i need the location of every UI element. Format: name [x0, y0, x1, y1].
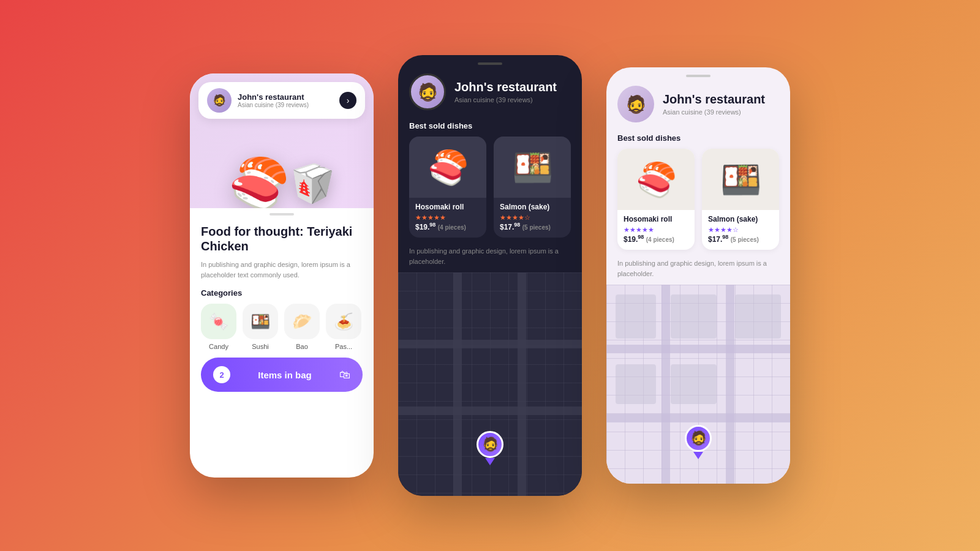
sushi-roll-image: 🍣 — [228, 159, 290, 208]
map-block-2 — [671, 294, 717, 339]
road-v2-dark — [518, 272, 526, 496]
phone-1: 🧔 John's restaurant Asian cuisine (39 re… — [190, 73, 374, 478]
pin-bubble-light: 🧔 — [685, 425, 712, 452]
restaurant-name-3: John's restaurant — [663, 92, 765, 106]
hero-desc-1: In publishing and graphic design, lorem … — [201, 260, 363, 280]
salmon-stars-dark: ★★★★☆ — [500, 214, 565, 222]
restaurant-sub-3: Asian cuisine (39 reviews) — [663, 108, 765, 116]
sushi-label: Sushi — [252, 343, 269, 350]
salmon-image-light: 🍱 — [702, 149, 779, 210]
bag-button-1[interactable]: 2 Items in bag 🛍 — [201, 358, 363, 392]
hero-food-image: 🍣 🥡 — [190, 110, 374, 208]
salmon-stars-light: ★★★★☆ — [708, 226, 773, 234]
candy-icon-box: 🍬 — [201, 304, 236, 339]
dish-card-salmon-light[interactable]: 🍱 Salmon (sake) ★★★★☆ $17.98 (5 pieces) — [702, 149, 779, 250]
hosomaki-image-dark: 🍣 — [409, 137, 486, 198]
section-title-3: Best sold dishes — [606, 131, 790, 149]
avatar-2: 🧔 — [409, 73, 446, 110]
map-section-2: 🧔 — [398, 272, 582, 496]
hosomaki-name-dark: Hosomaki roll — [415, 203, 480, 211]
hosomaki-info-light: Hosomaki roll ★★★★★ $19.98 (4 pieces) — [617, 210, 695, 244]
pin-bubble-dark: 🧔 — [477, 431, 503, 458]
pasta-icon-box: 🍝 — [326, 304, 361, 339]
category-candy[interactable]: 🍬 Candy — [201, 304, 236, 350]
restaurant-info-1: John's restaurant Asian cuisine (39 revi… — [238, 92, 333, 108]
dish-card-hosomaki-dark[interactable]: 🍣 Hosomaki roll ★★★★★ $19.98 (4 pieces) — [409, 137, 486, 238]
salmon-name-light: Salmon (sake) — [708, 215, 773, 223]
phone-2: 🧔 John's restaurant Asian cuisine (39 re… — [398, 55, 582, 496]
salmon-name-dark: Salmon (sake) — [500, 203, 565, 211]
phone-3: 🧔 John's restaurant Asian cuisine (39 re… — [606, 67, 790, 484]
restaurant-name-2: John's restaurant — [454, 80, 557, 94]
hero-section: 🧔 John's restaurant Asian cuisine (39 re… — [190, 73, 374, 208]
dishes-row-2: 🍣 Hosomaki roll ★★★★★ $19.98 (4 pieces) … — [398, 137, 582, 238]
dish-card-salmon-dark[interactable]: 🍱 Salmon (sake) ★★★★☆ $17.98 (5 pieces) — [494, 137, 571, 238]
bao-icon-box: 🥟 — [284, 304, 320, 339]
map-block-4 — [671, 364, 717, 404]
pin-tail-dark — [485, 458, 495, 465]
map-section-3: 🧔 — [606, 285, 790, 484]
map-pin-dark: 🧔 — [477, 431, 503, 465]
road-v1-dark — [453, 272, 462, 496]
bag-count-1: 2 — [213, 366, 230, 383]
avatar-3: 🧔 — [617, 86, 654, 122]
category-bao[interactable]: 🥟 Bao — [284, 304, 320, 350]
more-button-1[interactable]: › — [339, 92, 356, 109]
noodle-box-image: 🥡 — [290, 165, 336, 202]
salmon-info-dark: Salmon (sake) ★★★★☆ $17.98 (5 pieces) — [494, 198, 571, 231]
hosomaki-name-light: Hosomaki roll — [624, 215, 688, 223]
title-block-3: John's restaurant Asian cuisine (39 revi… — [663, 92, 765, 116]
categories-row-1: 🍬 Candy 🍱 Sushi 🥟 Bao 🍝 Pas... — [201, 304, 363, 350]
hosomaki-price-light: $19.98 (4 pieces) — [624, 234, 688, 244]
restaurant-sub-2: Asian cuisine (39 reviews) — [454, 96, 557, 103]
title-block-2: John's restaurant Asian cuisine (39 revi… — [454, 80, 557, 103]
bao-label: Bao — [296, 343, 308, 350]
road-h2-dark — [398, 407, 582, 415]
hosomaki-price-dark: $19.98 (4 pieces) — [415, 222, 480, 231]
header-2: 🧔 John's restaurant Asian cuisine (39 re… — [398, 65, 582, 119]
bag-label-1: Items in bag — [258, 370, 312, 380]
avatar-1: 🧔 — [207, 88, 232, 113]
desc-dark-2: In publishing and graphic design, lorem … — [398, 238, 582, 272]
salmon-price-light: $17.98 (5 pieces) — [708, 234, 773, 244]
sushi-icon-box: 🍱 — [243, 304, 278, 339]
road-v1-light — [662, 285, 670, 484]
desc-light-3: In publishing and graphic design, lorem … — [606, 250, 790, 285]
hero-title-1: Food for thought: Teriyaki Chicken — [201, 224, 363, 253]
pin-tail-light — [693, 452, 703, 459]
map-block-3 — [616, 364, 656, 404]
content-section-1: Food for thought: Teriyaki Chicken In pu… — [190, 216, 374, 478]
restaurant-sub-1: Asian cuisine (39 reviews) — [238, 102, 333, 108]
road-v2-light — [726, 285, 734, 484]
header-3: 🧔 John's restaurant Asian cuisine (39 re… — [606, 77, 790, 131]
bag-icon-1: 🛍 — [339, 369, 350, 381]
salmon-price-dark: $17.98 (5 pieces) — [500, 222, 565, 231]
salmon-image-dark: 🍱 — [494, 137, 571, 198]
dishes-row-3: 🍣 Hosomaki roll ★★★★★ $19.98 (4 pieces) … — [606, 149, 790, 250]
section-title-2: Best sold dishes — [398, 119, 582, 137]
hosomaki-image-light: 🍣 — [617, 149, 695, 210]
hosomaki-info-dark: Hosomaki roll ★★★★★ $19.98 (4 pieces) — [409, 198, 486, 231]
map-pin-light: 🧔 — [685, 425, 712, 459]
dish-card-hosomaki-light[interactable]: 🍣 Hosomaki roll ★★★★★ $19.98 (4 pieces) — [617, 149, 695, 250]
restaurant-name-1: John's restaurant — [238, 92, 333, 102]
hosomaki-stars-dark: ★★★★★ — [415, 214, 480, 222]
pasta-label: Pas... — [335, 343, 352, 350]
category-sushi[interactable]: 🍱 Sushi — [243, 304, 278, 350]
road-h2-light — [606, 414, 790, 422]
categories-label-1: Categories — [201, 288, 363, 298]
map-block-1 — [616, 294, 656, 339]
hosomaki-stars-light: ★★★★★ — [624, 226, 688, 234]
road-h1-light — [606, 345, 790, 353]
map-block-5 — [735, 294, 781, 339]
salmon-info-light: Salmon (sake) ★★★★☆ $17.98 (5 pieces) — [702, 210, 779, 244]
candy-label: Candy — [209, 343, 228, 350]
road-h1-dark — [398, 340, 582, 348]
category-pasta[interactable]: 🍝 Pas... — [326, 304, 361, 350]
